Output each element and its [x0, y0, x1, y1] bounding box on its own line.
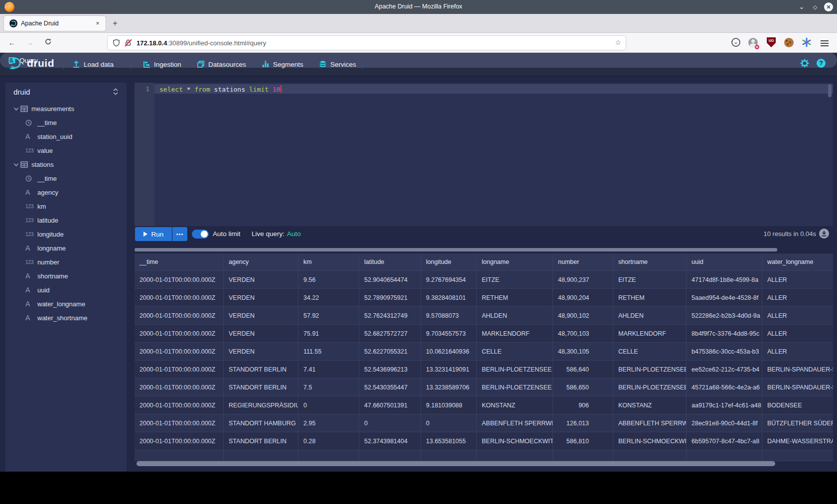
column-header[interactable]: longname	[477, 253, 553, 270]
nav-ingestion[interactable]: Ingestion	[142, 58, 181, 70]
window-title: Apache Druid — Mozilla Firefox	[0, 3, 837, 10]
window-maximize-button[interactable]: ◇	[810, 1, 821, 12]
extension-asterisk-icon[interactable]	[801, 37, 812, 48]
table-row: 2000-01-01T00:00:00.000ZVERDEN57.9252.76…	[135, 307, 833, 325]
run-button[interactable]: Run	[135, 227, 172, 241]
chevron-down-icon[interactable]	[13, 105, 20, 113]
tree-column-__time[interactable]: __time	[5, 116, 127, 129]
table-cell: 57.92	[298, 307, 359, 324]
menu-hamburger-icon[interactable]	[819, 37, 830, 48]
tree-column-station_uuid[interactable]: Astation_uuid	[5, 129, 127, 143]
tree-column-uuid[interactable]: Auuid	[5, 283, 127, 297]
segments-icon	[262, 60, 270, 68]
table-cell: CELLE	[477, 343, 553, 360]
table-cell: 48,900,204	[553, 289, 613, 306]
live-query[interactable]: Live query:Auto	[252, 230, 301, 238]
window-close-button[interactable]: ✕	[823, 1, 834, 12]
query-editor[interactable]: 1 select * from stations limit 10	[135, 83, 833, 226]
column-header[interactable]: number	[553, 253, 613, 270]
tree-column-shortname[interactable]: Ashortname	[5, 269, 127, 283]
druid-brand[interactable]: druid	[9, 57, 54, 70]
nav-services[interactable]: Services	[319, 58, 356, 70]
table-row: 2000-01-01T00:00:00.000ZVERDEN34.2252.78…	[135, 289, 833, 307]
tree-column-latitude[interactable]: 123latitude	[5, 213, 127, 227]
tracking-shield-icon[interactable]	[113, 39, 120, 49]
window-minimize-button[interactable]: ⌄	[796, 1, 807, 12]
insecure-lock-icon[interactable]	[125, 39, 133, 47]
table-cell: 13.653581055	[421, 432, 477, 450]
sort-icon[interactable]	[113, 88, 119, 97]
tree-column-label: longname	[37, 245, 66, 252]
table-cell: ee52ce62-212c-4735-b4	[687, 361, 762, 378]
tree-column-value[interactable]: 123value	[5, 143, 127, 157]
run-more-button[interactable]: •••	[172, 227, 187, 241]
column-header[interactable]: km	[298, 253, 359, 270]
pocket-icon[interactable]: ⌄	[730, 37, 741, 48]
table-cell	[421, 450, 477, 461]
tree-column-water_shortname[interactable]: Awater_shortname	[5, 311, 127, 325]
table-cell: BERLIN-SCHMOECKWITZ	[613, 432, 687, 450]
tree-column-longitude[interactable]: 123longitude	[5, 227, 127, 241]
tab-apache-druid[interactable]: Apache Druid ×	[4, 16, 106, 31]
table-row: 2000-01-01T00:00:00.000ZVERDEN9.5652.904…	[135, 271, 833, 289]
tree-column-__time[interactable]: __time	[5, 171, 127, 185]
table-horizontal-scrollbar-top[interactable]	[135, 248, 777, 252]
settings-gear-icon[interactable]	[800, 59, 809, 70]
nav-query-active[interactable]: Query	[0, 53, 837, 68]
url-input[interactable]: 172.18.0.4:30899/unified-console.html#qu…	[108, 36, 626, 50]
column-header[interactable]: uuid	[687, 253, 762, 270]
table-cell: 9.57088073	[421, 307, 477, 324]
string-type-icon: A	[25, 244, 37, 252]
column-header[interactable]: __time	[135, 253, 224, 270]
chevron-down-icon[interactable]	[13, 161, 20, 168]
auto-limit-toggle[interactable]	[192, 230, 209, 239]
editor-scrollbar[interactable]	[828, 84, 832, 97]
table-cell: BODENSEE	[762, 396, 833, 414]
table-cell: 34.22	[298, 289, 359, 306]
nav-segments[interactable]: Segments	[262, 58, 303, 70]
table-cell: BERLIN-SPANDAUER-SCHIFFFAHRTSKANAL	[762, 378, 833, 396]
schema-header[interactable]: druid	[13, 88, 119, 96]
column-header[interactable]: shortname	[613, 253, 687, 270]
tree-column-longname[interactable]: Alongname	[5, 241, 127, 255]
column-header[interactable]: agency	[224, 253, 298, 270]
table-cell	[687, 450, 762, 461]
tree-column-water_longname[interactable]: Awater_longname	[5, 297, 127, 311]
account-icon[interactable]: ✕	[747, 37, 758, 48]
help-icon[interactable]: ?	[817, 59, 826, 68]
sql-token: from	[194, 86, 210, 93]
tab-bar: Apache Druid × +	[0, 14, 837, 33]
tree-column-km[interactable]: 123km	[5, 199, 127, 213]
cookie-extension-icon[interactable]	[783, 37, 794, 48]
bookmark-star-icon[interactable]: ☆	[615, 38, 621, 46]
back-button[interactable]: ←	[6, 37, 18, 49]
tree-table-measurements[interactable]: measurements	[5, 102, 127, 116]
nav-datasources[interactable]: Datasources	[197, 58, 246, 70]
table-cell: 126,013	[553, 414, 613, 432]
tab-close-icon[interactable]: ×	[94, 19, 102, 27]
column-header[interactable]: longitude	[421, 253, 477, 270]
druid-brand-text: druid	[27, 57, 54, 69]
table-cell: REGIERUNGSPRÄSIDIUM	[224, 396, 298, 414]
live-query-value: Auto	[287, 230, 301, 238]
table-cell: 2000-01-01T00:00:00.000Z	[135, 378, 224, 396]
forward-button[interactable]: →	[24, 37, 36, 49]
nav-label: Segments	[273, 61, 303, 68]
table-horizontal-scrollbar-bottom[interactable]	[137, 461, 775, 466]
nav-separator	[362, 59, 363, 70]
tree-column-label: agency	[37, 189, 58, 196]
ublock-extension-icon[interactable]: UO	[766, 37, 777, 48]
table-cell: BERLIN-PLOETZENSEE UP	[613, 378, 687, 396]
play-icon	[143, 232, 147, 237]
column-header[interactable]: water_longname	[762, 253, 833, 270]
tree-column-label: number	[37, 258, 59, 266]
tree-table-stations[interactable]: stations	[5, 157, 127, 171]
download-icon[interactable]	[819, 229, 829, 239]
tree-column-agency[interactable]: Aagency	[5, 185, 127, 199]
table-cell: 52.6227055321	[359, 343, 421, 360]
new-tab-button[interactable]: +	[111, 19, 120, 28]
reload-button[interactable]	[42, 37, 54, 49]
column-header[interactable]: latitude	[359, 253, 421, 270]
tree-column-number[interactable]: 123number	[5, 255, 127, 269]
nav-load-data[interactable]: Load data	[72, 58, 114, 70]
